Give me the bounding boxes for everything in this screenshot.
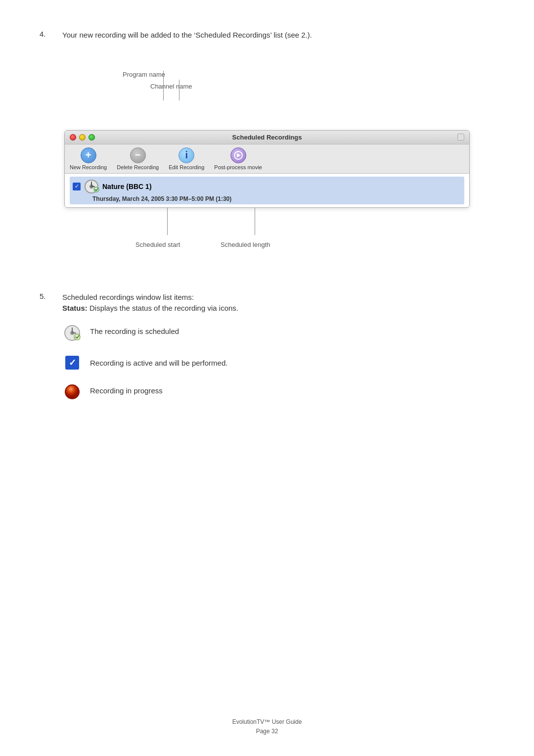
new-recording-label: New Recording (70, 164, 107, 170)
step-4: 4. Your new recording will be added to t… (40, 30, 494, 41)
program-title: Nature (BBC 1) (102, 183, 152, 190)
diagram-labels-below: Scheduled start Scheduled length (64, 208, 470, 252)
line-channel (179, 80, 179, 100)
label-sched-length: Scheduled length (221, 241, 270, 248)
scheduled-clock-icon (63, 324, 81, 342)
delete-recording-button[interactable]: − Delete Recording (117, 147, 159, 170)
traffic-lights (70, 134, 95, 141)
step-5-number: 5. (40, 292, 54, 314)
active-icon-container: ✓ (62, 356, 82, 370)
step-5-body: The recording is scheduled ✓ Recording i… (40, 324, 494, 401)
recording-item: ✓ Nature (BBC 1) Thursday, March 24, 2 (70, 177, 464, 204)
status-item-scheduled: The recording is scheduled (62, 324, 494, 342)
zoom-button[interactable] (89, 134, 95, 141)
postprocess-label: Post-process movie (214, 164, 262, 170)
mac-toolbar: + New Recording − Delete Recording i Edi… (65, 144, 469, 174)
line-sched-length (255, 208, 255, 235)
status-item-active: ✓ Recording is active and will be perfor… (62, 356, 494, 370)
active-checkbox-status-icon: ✓ (65, 356, 79, 370)
edit-recording-label: Edit Recording (169, 164, 204, 170)
footer-line2: Page 32 (0, 727, 534, 736)
edit-recording-button[interactable]: i Edit Recording (169, 147, 204, 170)
recording-list: ✓ Nature (BBC 1) Thursday, March 24, 2 (65, 174, 469, 207)
step-4-number: 4. (40, 30, 54, 41)
step-5: 5. Scheduled recordings window list item… (40, 292, 494, 401)
status-label: Status: (62, 304, 88, 312)
window-title: Scheduled Recordings (232, 134, 302, 141)
postprocess-icon (230, 147, 246, 163)
diagram: Program name Channel name Scheduled Reco… (64, 71, 470, 252)
new-recording-button[interactable]: + New Recording (70, 147, 107, 170)
scheduled-text: The recording is scheduled (90, 324, 179, 337)
line-program (163, 71, 164, 100)
mac-window: Scheduled Recordings + New Recording − D… (64, 130, 470, 208)
step-5-heading: Scheduled recordings window list items: … (62, 292, 238, 314)
active-checkbox-icon: ✓ (73, 183, 81, 190)
status-item-recording: Recording in progress (62, 383, 494, 401)
recording-schedule: Thursday, March 24, 2005 3:30 PM–5:00 PM… (73, 195, 461, 202)
page-footer: EvolutionTV™ User Guide Page 32 (0, 717, 534, 736)
info-icon: i (178, 147, 194, 163)
svg-point-10 (74, 334, 80, 340)
minus-icon: − (130, 147, 146, 163)
status-description: Displays the status of the recording via… (89, 304, 238, 312)
minimize-button[interactable] (79, 134, 86, 141)
recording-progress-icon (63, 383, 81, 401)
recording-icon-container (62, 383, 82, 401)
step-5-header: 5. Scheduled recordings window list item… (40, 292, 494, 314)
scheduled-icon-container (62, 324, 82, 342)
recording-header: ✓ Nature (BBC 1) (73, 179, 461, 194)
label-sched-start: Scheduled start (135, 241, 180, 248)
svg-point-12 (71, 396, 74, 398)
line-sched-start (167, 208, 168, 235)
active-text: Recording is active and will be performe… (90, 356, 227, 369)
close-button[interactable] (70, 134, 76, 141)
recording-text: Recording in progress (90, 383, 163, 397)
footer-line1: EvolutionTV™ User Guide (0, 717, 534, 727)
clock-icon (84, 179, 99, 194)
mac-titlebar: Scheduled Recordings (65, 131, 469, 144)
delete-recording-label: Delete Recording (117, 164, 159, 170)
collapse-button[interactable] (457, 134, 464, 141)
step-4-text: Your new recording will be added to the … (62, 30, 312, 41)
postprocess-button[interactable]: Post-process movie (214, 147, 262, 170)
plus-icon: + (81, 147, 96, 163)
